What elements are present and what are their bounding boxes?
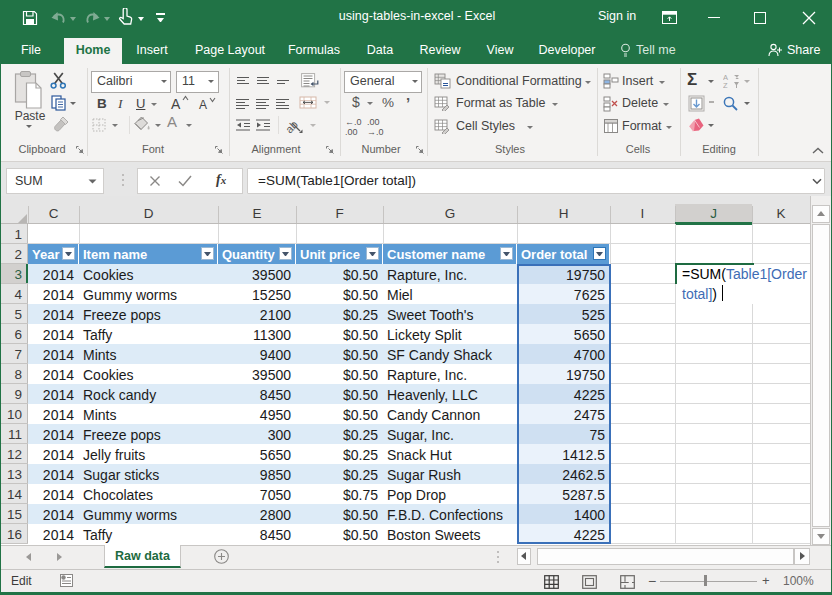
svg-text:Z: Z xyxy=(723,81,728,88)
svg-text:ab: ab xyxy=(286,118,300,133)
